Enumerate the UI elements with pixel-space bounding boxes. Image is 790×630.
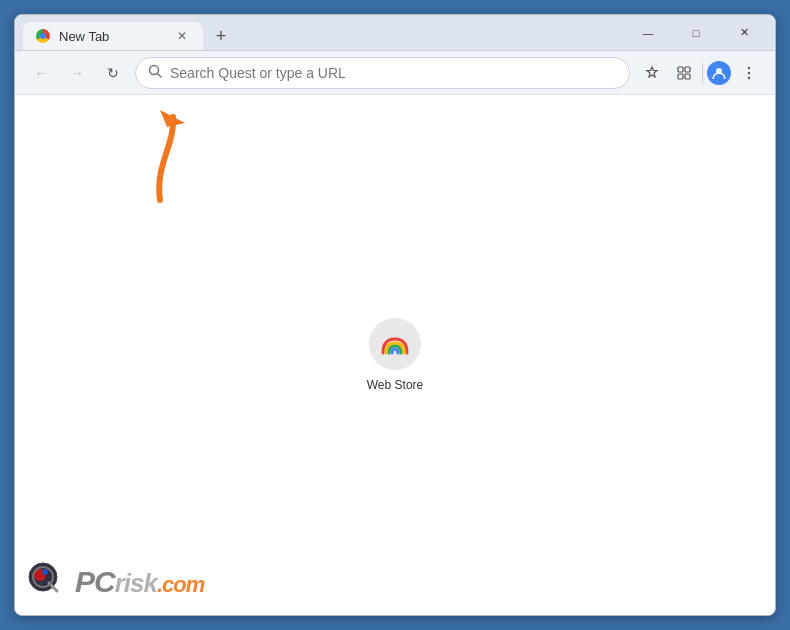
svg-point-7 xyxy=(748,66,750,68)
webstore-label: Web Store xyxy=(367,378,423,392)
close-button[interactable]: ✕ xyxy=(721,15,767,51)
bookmark-button[interactable] xyxy=(638,59,666,87)
url-input[interactable] xyxy=(170,65,617,81)
nav-actions xyxy=(638,59,763,87)
svg-point-8 xyxy=(748,71,750,73)
minimize-button[interactable]: — xyxy=(625,15,671,51)
tab-close-button[interactable]: ✕ xyxy=(173,27,191,45)
forward-button[interactable]: → xyxy=(63,59,91,87)
svg-rect-4 xyxy=(678,74,683,79)
svg-line-1 xyxy=(158,74,162,78)
watermark-text-block: PCrisk.com xyxy=(75,567,204,597)
svg-rect-3 xyxy=(685,67,690,72)
chrome-favicon-icon xyxy=(36,29,50,43)
title-bar: New Tab ✕ + — □ ✕ xyxy=(15,15,775,51)
tab-favicon xyxy=(35,28,51,44)
nav-bar: ← → ↻ xyxy=(15,51,775,95)
browser-window: New Tab ✕ + — □ ✕ ← → ↻ xyxy=(14,14,776,616)
window-controls: — □ ✕ xyxy=(625,15,767,51)
svg-point-13 xyxy=(42,569,48,575)
webstore-shortcut[interactable]: Web Store xyxy=(367,318,423,392)
webstore-icon-container xyxy=(369,318,421,370)
shortcuts-area: Web Store xyxy=(367,318,423,392)
extensions-button[interactable] xyxy=(670,59,698,87)
watermark: PCrisk.com xyxy=(27,561,204,603)
watermark-com: .com xyxy=(157,574,204,596)
tab-title: New Tab xyxy=(59,29,165,44)
browser-content: Web Store PCrisk.com xyxy=(15,95,775,615)
svg-rect-2 xyxy=(678,67,683,72)
profile-avatar[interactable] xyxy=(707,61,731,85)
tab-strip: New Tab ✕ + xyxy=(23,15,621,50)
active-tab[interactable]: New Tab ✕ xyxy=(23,22,203,50)
watermark-risk: risk xyxy=(115,570,157,596)
more-menu-button[interactable] xyxy=(735,59,763,87)
refresh-button[interactable]: ↻ xyxy=(99,59,127,87)
back-button[interactable]: ← xyxy=(27,59,55,87)
maximize-button[interactable]: □ xyxy=(673,15,719,51)
svg-point-9 xyxy=(748,76,750,78)
address-bar[interactable] xyxy=(135,57,630,89)
nav-divider xyxy=(702,63,703,83)
svg-rect-5 xyxy=(685,74,690,79)
svg-marker-10 xyxy=(160,110,185,127)
watermark-pc: PC xyxy=(75,567,115,597)
webstore-icon xyxy=(379,333,411,355)
new-tab-button[interactable]: + xyxy=(207,22,235,50)
search-icon xyxy=(148,64,162,81)
arrow-annotation xyxy=(105,105,195,219)
pcrisk-logo xyxy=(27,561,69,603)
